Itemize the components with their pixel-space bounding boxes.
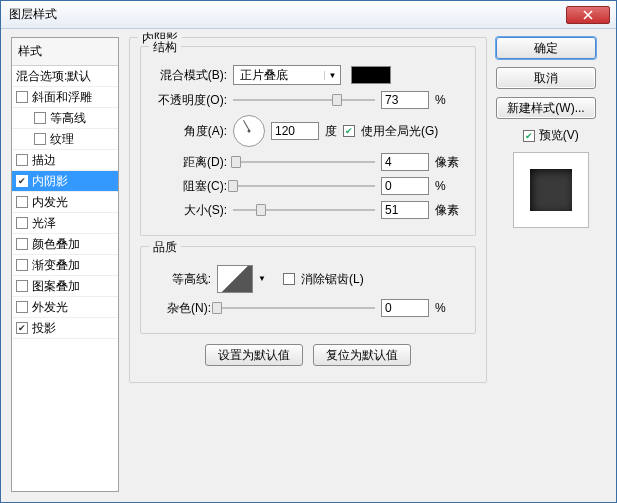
blend-mode-label: 混合模式(B):: [151, 67, 227, 84]
sidebar-item-label: 斜面和浮雕: [32, 89, 92, 106]
sidebar-item-label: 纹理: [50, 131, 74, 148]
noise-slider[interactable]: [217, 299, 375, 317]
style-checkbox[interactable]: [16, 196, 28, 208]
structure-group: 结构 混合模式(B): 正片叠底 ▼ 不透明度(O): %: [140, 46, 476, 236]
sidebar-item-label: 投影: [32, 320, 56, 337]
style-checkbox[interactable]: [16, 91, 28, 103]
opacity-label: 不透明度(O):: [151, 92, 227, 109]
style-checkbox[interactable]: [34, 133, 46, 145]
sidebar-item-label: 颜色叠加: [32, 236, 80, 253]
opacity-input[interactable]: [381, 91, 429, 109]
size-label: 大小(S):: [151, 202, 227, 219]
style-checkbox[interactable]: [34, 112, 46, 124]
sidebar-blend-row[interactable]: 混合选项:默认: [12, 66, 118, 87]
angle-label: 角度(A):: [151, 123, 227, 140]
style-checkbox[interactable]: [16, 301, 28, 313]
sidebar-item-label: 外发光: [32, 299, 68, 316]
sidebar-item[interactable]: 纹理: [12, 129, 118, 150]
style-checkbox[interactable]: ✔: [16, 322, 28, 334]
styles-sidebar: 样式 混合选项:默认 斜面和浮雕等高线纹理描边✔内阴影内发光光泽颜色叠加渐变叠加…: [11, 37, 119, 492]
quality-group: 品质 等高线: ▼ 消除锯齿(L) 杂色(N): %: [140, 246, 476, 334]
window-title: 图层样式: [7, 6, 566, 23]
style-checkbox[interactable]: [16, 259, 28, 271]
style-checkbox[interactable]: [16, 238, 28, 250]
preview-label: 预览(V): [539, 128, 579, 142]
quality-legend: 品质: [149, 239, 181, 256]
preview-checkbox[interactable]: ✔: [523, 130, 535, 142]
angle-dial[interactable]: [233, 115, 265, 147]
cancel-button[interactable]: 取消: [496, 67, 596, 89]
dialog-window: 图层样式 样式 混合选项:默认 斜面和浮雕等高线纹理描边✔内阴影内发光光泽颜色叠…: [0, 0, 617, 503]
style-checkbox[interactable]: [16, 217, 28, 229]
blend-mode-select[interactable]: 正片叠底 ▼: [233, 65, 341, 85]
chevron-down-icon: ▼: [258, 274, 266, 283]
sidebar-item-label: 描边: [32, 152, 56, 169]
sidebar-item[interactable]: 内发光: [12, 192, 118, 213]
sidebar-item-label: 光泽: [32, 215, 56, 232]
style-checkbox[interactable]: [16, 280, 28, 292]
titlebar: 图层样式: [1, 1, 616, 29]
new-style-button[interactable]: 新建样式(W)...: [496, 97, 596, 119]
angle-input[interactable]: [271, 122, 319, 140]
sidebar-item-label: 等高线: [50, 110, 86, 127]
main-panel: 内阴影 结构 混合模式(B): 正片叠底 ▼ 不透明度(O):: [129, 37, 487, 492]
contour-label: 等高线:: [151, 271, 211, 288]
close-icon: [583, 10, 593, 20]
global-light-checkbox[interactable]: ✔: [343, 125, 355, 137]
choke-label: 阻塞(C):: [151, 178, 227, 195]
color-swatch[interactable]: [351, 66, 391, 84]
distance-slider[interactable]: [233, 153, 375, 171]
effect-fieldset: 内阴影 结构 混合模式(B): 正片叠底 ▼ 不透明度(O):: [129, 37, 487, 383]
noise-input[interactable]: [381, 299, 429, 317]
sidebar-item-label: 内阴影: [32, 173, 68, 190]
antialias-label: 消除锯齿(L): [301, 271, 364, 288]
sidebar-item[interactable]: ✔投影: [12, 318, 118, 339]
sidebar-item[interactable]: 颜色叠加: [12, 234, 118, 255]
chevron-down-icon: ▼: [324, 71, 340, 80]
contour-picker[interactable]: ▼: [217, 265, 253, 293]
right-column: 确定 取消 新建样式(W)... ✔ 预览(V): [496, 37, 606, 228]
sidebar-item[interactable]: 外发光: [12, 297, 118, 318]
preview-thumbnail: [513, 152, 589, 228]
antialias-checkbox[interactable]: [283, 273, 295, 285]
make-default-button[interactable]: 设置为默认值: [205, 344, 303, 366]
style-checkbox[interactable]: [16, 154, 28, 166]
sidebar-item[interactable]: 渐变叠加: [12, 255, 118, 276]
sidebar-item[interactable]: 光泽: [12, 213, 118, 234]
reset-default-button[interactable]: 复位为默认值: [313, 344, 411, 366]
size-input[interactable]: [381, 201, 429, 219]
distance-label: 距离(D):: [151, 154, 227, 171]
choke-input[interactable]: [381, 177, 429, 195]
noise-label: 杂色(N):: [151, 300, 211, 317]
sidebar-item[interactable]: ✔内阴影: [12, 171, 118, 192]
sidebar-item-label: 图案叠加: [32, 278, 80, 295]
distance-input[interactable]: [381, 153, 429, 171]
close-button[interactable]: [566, 6, 610, 24]
ok-button[interactable]: 确定: [496, 37, 596, 59]
structure-legend: 结构: [149, 39, 181, 56]
sidebar-header[interactable]: 样式: [12, 38, 118, 66]
choke-slider[interactable]: [233, 177, 375, 195]
style-checkbox[interactable]: ✔: [16, 175, 28, 187]
sidebar-item[interactable]: 等高线: [12, 108, 118, 129]
size-slider[interactable]: [233, 201, 375, 219]
sidebar-item-label: 渐变叠加: [32, 257, 80, 274]
opacity-slider[interactable]: [233, 91, 375, 109]
global-light-label: 使用全局光(G): [361, 123, 438, 140]
dialog-content: 样式 混合选项:默认 斜面和浮雕等高线纹理描边✔内阴影内发光光泽颜色叠加渐变叠加…: [1, 29, 616, 502]
sidebar-item[interactable]: 描边: [12, 150, 118, 171]
sidebar-item[interactable]: 图案叠加: [12, 276, 118, 297]
sidebar-item[interactable]: 斜面和浮雕: [12, 87, 118, 108]
sidebar-item-label: 内发光: [32, 194, 68, 211]
